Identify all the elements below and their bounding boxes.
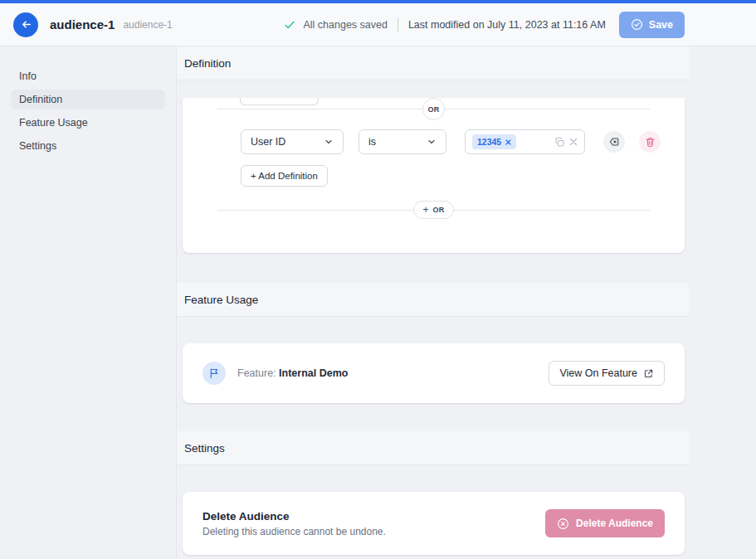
copy-icon[interactable] [554, 137, 565, 148]
arrow-left-icon [20, 18, 32, 31]
page-subtitle: audience-1 [123, 19, 172, 31]
feature-name: Internal Demo [279, 367, 348, 379]
delete-audience-title: Delete Audience [202, 510, 386, 523]
definition-card: OR User ID is 1234 [183, 98, 685, 253]
field-select[interactable]: User ID [241, 129, 344, 154]
definition-rule-row: User ID is 12345 [241, 129, 685, 154]
chevron-down-icon [324, 137, 334, 147]
settings-section-header: Settings [177, 431, 689, 465]
page-title: audience-1 [50, 17, 115, 32]
sidebar-item-definition[interactable]: Definition [11, 90, 165, 109]
field-select-value: User ID [251, 136, 285, 148]
delete-row-button[interactable] [639, 131, 661, 153]
view-on-feature-label: View On Feature [559, 367, 637, 379]
divider-line [454, 210, 650, 211]
backspace-icon [608, 136, 620, 148]
settings-section-title: Settings [184, 442, 225, 454]
operator-select[interactable]: is [358, 129, 446, 154]
add-or-button-label: OR [432, 206, 444, 214]
save-button-label: Save [649, 19, 673, 31]
save-button[interactable]: Save [619, 12, 685, 38]
app-header: audience-1 audience-1 All changes saved … [0, 3, 756, 46]
value-chip-label: 12345 [477, 137, 501, 147]
x-circle-icon [557, 518, 569, 530]
feature-usage-section-title: Feature Usage [184, 294, 258, 306]
add-or-button[interactable]: + OR [413, 201, 453, 219]
delete-audience-text: Delete Audience Deleting this audience c… [202, 510, 386, 537]
plus-icon: + [422, 204, 428, 216]
last-modified-text: Last modified on July 11, 2023 at 11:16 … [408, 19, 606, 31]
add-definition-button[interactable]: + Add Definition [241, 165, 328, 187]
feature-label: Feature: Internal Demo [237, 367, 348, 379]
delete-audience-description: Deleting this audience cannot be undone. [202, 526, 386, 537]
check-circle-icon [631, 18, 643, 31]
value-chip: 12345 [472, 134, 516, 149]
flag-icon [202, 362, 226, 385]
back-button[interactable] [13, 12, 38, 37]
delete-audience-button-label: Delete Audience [576, 518, 653, 529]
delete-audience-card: Delete Audience Deleting this audience c… [183, 492, 685, 555]
chip-remove-icon[interactable] [505, 139, 511, 145]
definition-section-header: Definition [177, 46, 689, 80]
clear-input-icon[interactable] [569, 138, 578, 146]
trash-icon [645, 137, 656, 148]
feature-prefix: Feature: [237, 367, 276, 379]
add-or-separator: + OR [217, 201, 650, 219]
sidebar-item-settings[interactable]: Settings [11, 136, 165, 156]
divider-line [217, 109, 422, 109]
sidebar: Info Definition Feature Usage Settings [0, 46, 177, 558]
external-link-icon [643, 368, 654, 379]
header-divider [398, 18, 398, 32]
divider-line [445, 109, 650, 109]
operator-select-value: is [368, 136, 376, 148]
clear-row-button[interactable] [603, 131, 625, 153]
value-tag-input[interactable]: 12345 [465, 129, 585, 154]
feature-usage-section-header: Feature Usage [177, 283, 689, 317]
definition-section-title: Definition [184, 57, 231, 70]
chevron-down-icon [427, 137, 437, 147]
delete-audience-button[interactable]: Delete Audience [545, 509, 665, 537]
sidebar-item-feature-usage[interactable]: Feature Usage [11, 113, 165, 133]
sidebar-item-info[interactable]: Info [11, 66, 165, 86]
feature-usage-card: Feature: Internal Demo View On Feature [183, 343, 685, 403]
clipped-add-definition-button[interactable] [240, 98, 319, 105]
check-icon [284, 19, 295, 31]
status-text: All changes saved [303, 19, 387, 31]
view-on-feature-button[interactable]: View On Feature [549, 361, 665, 386]
divider-line [217, 210, 413, 211]
main-content: Definition OR User ID is [177, 46, 689, 558]
or-badge: OR [422, 98, 445, 120]
